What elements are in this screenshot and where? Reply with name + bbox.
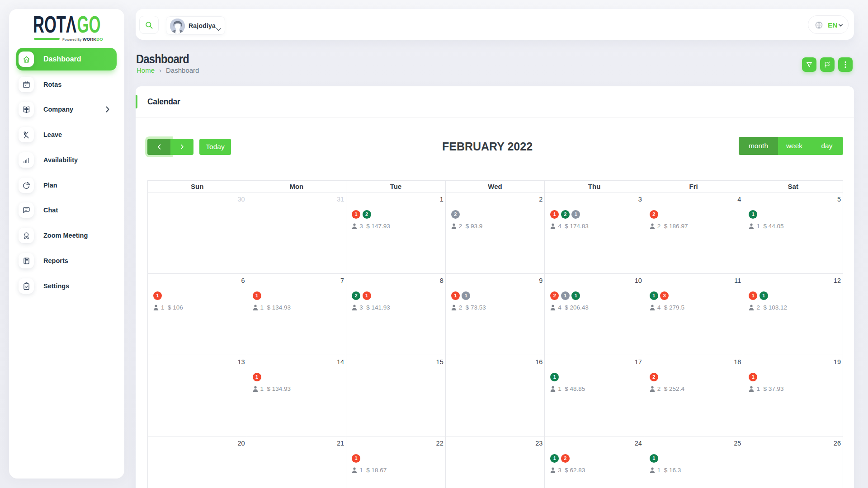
svg-text:ROTΛ: ROTΛ	[33, 11, 76, 36]
svg-text:GO: GO	[77, 11, 101, 36]
